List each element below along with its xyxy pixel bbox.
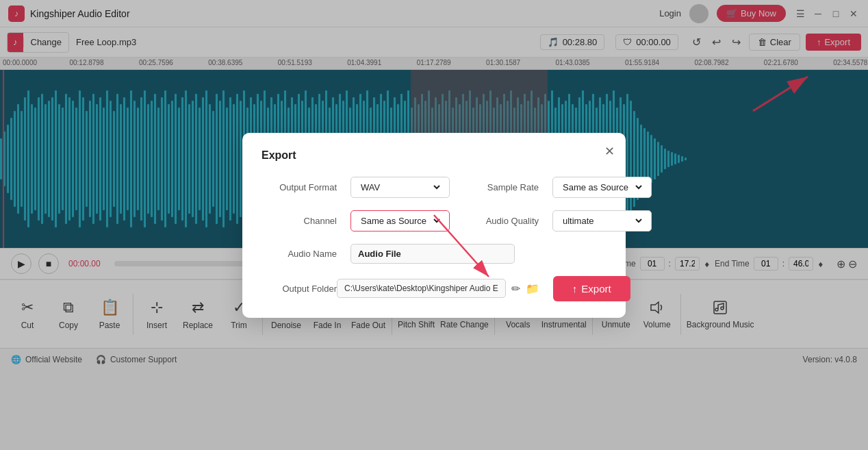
- sample-rate-dropdown[interactable]: Same as Source 44100 Hz 48000 Hz 96000 H…: [560, 182, 644, 193]
- output-folder-label: Output Folder: [261, 284, 337, 294]
- output-format-select[interactable]: WAV MP3 AAC FLAC OGG: [350, 177, 450, 198]
- output-folder-row: Output Folder C:\Users\kate\Desktop\King…: [261, 276, 607, 301]
- folder-path-display: C:\Users\kate\Desktop\Kingshiper Audio E: [337, 279, 506, 298]
- channel-quality-row: Channel Same as Source Mono Stereo Audio…: [261, 210, 607, 232]
- edit-folder-button[interactable]: ✏: [511, 282, 520, 295]
- channel-label: Channel: [261, 216, 337, 226]
- audio-quality-label: Audio Quality: [463, 216, 539, 226]
- modal-title: Export: [261, 149, 607, 162]
- channel-dropdown[interactable]: Same as Source Mono Stereo: [358, 215, 442, 227]
- output-format-label: Output Format: [261, 182, 337, 192]
- sample-rate-label: Sample Rate: [463, 182, 539, 192]
- audio-name-label: Audio Name: [261, 249, 337, 259]
- modal-close-button[interactable]: ✕: [604, 144, 615, 159]
- export-arrow-icon: ↑: [572, 283, 578, 295]
- sample-rate-select[interactable]: Same as Source 44100 Hz 48000 Hz 96000 H…: [552, 177, 652, 198]
- export-modal: Export ✕ Output Format WAV MP3 AAC FLAC …: [242, 133, 626, 318]
- audio-quality-dropdown[interactable]: ultimate high medium low: [560, 215, 644, 227]
- folder-row: C:\Users\kate\Desktop\Kingshiper Audio E…: [337, 279, 539, 298]
- audio-quality-select[interactable]: ultimate high medium low: [552, 210, 652, 232]
- channel-select[interactable]: Same as Source Mono Stereo: [350, 210, 450, 232]
- audio-name-input[interactable]: [350, 244, 515, 264]
- modal-export-label: Export: [581, 283, 611, 295]
- modal-overlay[interactable]: Export ✕ Output Format WAV MP3 AAC FLAC …: [0, 0, 868, 450]
- format-samplerate-row: Output Format WAV MP3 AAC FLAC OGG Sampl…: [261, 177, 607, 198]
- audio-name-row: Audio Name: [261, 244, 607, 264]
- browse-folder-button[interactable]: 📁: [526, 282, 539, 295]
- output-format-dropdown[interactable]: WAV MP3 AAC FLAC OGG: [358, 182, 442, 193]
- modal-export-button[interactable]: ↑ Export: [553, 276, 630, 301]
